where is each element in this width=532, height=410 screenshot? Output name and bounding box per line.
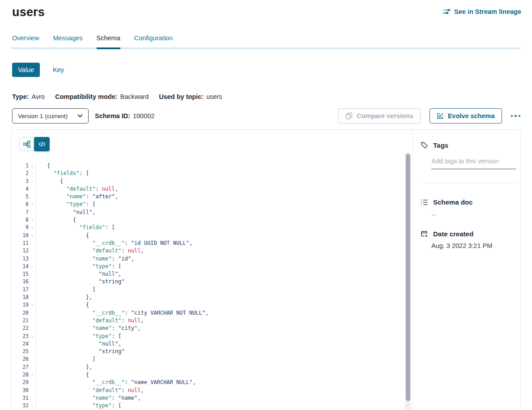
tab-configuration[interactable]: Configuration — [134, 34, 173, 47]
code-line: 13 "name": "id", — [12, 255, 413, 263]
version-bar: Version 1 (current) Schema ID: 100002 Co… — [12, 108, 521, 124]
version-select[interactable]: Version 1 (current) — [12, 108, 89, 124]
code-text: "type": [ — [36, 201, 95, 208]
code-line: 29 "__crdb__": "name VARCHAR NULL", — [12, 379, 413, 386]
date-created-section: Date created Aug. 3 2022 3:21 PM — [421, 230, 516, 249]
fold-spacer — [29, 363, 36, 371]
code-text: "type": [ — [36, 402, 121, 410]
compare-versions-button[interactable]: Compare versions — [338, 108, 421, 124]
fold-spacer — [29, 394, 36, 402]
more-options-icon — [511, 115, 513, 117]
key-toggle-button[interactable]: Key — [53, 66, 64, 73]
fold-arrow-icon[interactable]: ▾ — [29, 216, 36, 224]
evolve-schema-button[interactable]: Evolve schema — [430, 108, 502, 124]
fold-arrow-icon[interactable]: ▾ — [29, 224, 36, 231]
code-line: 31 "name": "name", — [12, 394, 413, 402]
page-header: users See in Stream lineage — [0, 0, 532, 19]
code-line: 27 }, — [12, 363, 413, 371]
code-line: 21 "default": null, — [12, 317, 413, 325]
fold-arrow-icon[interactable]: ▾ — [29, 402, 36, 410]
line-number: 24 — [12, 340, 29, 348]
line-number: 30 — [12, 387, 29, 394]
line-number: 4 — [12, 185, 29, 193]
code-line: 15 "null", — [12, 270, 413, 278]
code-text: "fields": [ — [36, 170, 89, 177]
code-text: "type": [ — [36, 333, 121, 340]
code-view-button[interactable] — [34, 137, 50, 151]
fold-spacer — [29, 325, 36, 332]
code-text: { — [36, 178, 63, 185]
fold-arrow-icon[interactable]: ▾ — [29, 178, 36, 185]
page-title: users — [12, 5, 45, 19]
code-text: "type": [ — [36, 263, 121, 270]
code-line: 7 "null", — [12, 209, 413, 216]
fold-arrow-icon[interactable]: ▾ — [29, 170, 36, 177]
line-number: 26 — [12, 355, 29, 363]
tab-messages[interactable]: Messages — [53, 34, 82, 47]
code-text: { — [36, 301, 89, 309]
code-line: 4 "default": null, — [12, 185, 413, 193]
line-number: 12 — [12, 247, 29, 255]
add-tags-input[interactable] — [431, 155, 516, 169]
schema-doc-section: Schema doc -- — [421, 198, 516, 218]
fold-spacer — [29, 294, 36, 301]
code-text: "string" — [36, 278, 124, 286]
code-text: ] — [36, 355, 95, 363]
code-line: 32▾ "type": [ — [12, 402, 413, 410]
list-icon — [421, 199, 428, 206]
line-number: 8 — [12, 216, 29, 224]
schema-panel: 1▾{2▾ "fields": [3▾ {4 "default": null,5… — [11, 129, 521, 410]
topic-link[interactable]: users — [206, 93, 222, 100]
line-number: 25 — [12, 348, 29, 355]
fold-spacer — [29, 379, 36, 386]
code-line: 17 ] — [12, 286, 413, 294]
line-number: 11 — [12, 239, 29, 247]
code-line: 5 "name": "after", — [12, 193, 413, 201]
line-number: 15 — [12, 270, 29, 278]
schema-doc-value: -- — [431, 211, 516, 218]
editor-scrollbar-thumb[interactable] — [406, 154, 410, 401]
fold-spacer — [29, 355, 36, 363]
fold-spacer — [29, 239, 36, 247]
evolve-schema-icon — [437, 112, 444, 120]
more-options-button[interactable] — [510, 112, 522, 120]
tab-overview[interactable]: Overview — [12, 34, 39, 47]
code-text: "fields": [ — [36, 224, 115, 231]
fold-spacer — [29, 209, 36, 216]
schema-code-editor: 1▾{2▾ "fields": [3▾ {4 "default": null,5… — [12, 130, 413, 410]
code-text: "__crdb__": "id UUID NOT NULL", — [36, 239, 192, 247]
tree-view-button[interactable] — [19, 137, 34, 151]
line-number: 13 — [12, 255, 29, 263]
code-line: 3▾ { — [12, 178, 413, 185]
value-toggle-button[interactable]: Value — [12, 63, 40, 77]
line-number: 10 — [12, 232, 29, 239]
line-number: 1 — [12, 162, 29, 170]
code-line: 11 "__crdb__": "id UUID NOT NULL", — [12, 239, 413, 247]
fold-arrow-icon[interactable]: ▾ — [29, 301, 36, 309]
line-number: 17 — [12, 286, 29, 294]
tab-schema[interactable]: Schema — [97, 34, 120, 49]
code-lines: 1▾{2▾ "fields": [3▾ {4 "default": null,5… — [12, 162, 413, 410]
line-number: 3 — [12, 178, 29, 185]
topic-label: Used by topic: — [159, 93, 204, 100]
code-text: "null", — [36, 340, 121, 348]
calendar-add-icon — [421, 230, 428, 238]
editor-view-toggle — [19, 137, 50, 151]
fold-arrow-icon[interactable]: ▾ — [29, 232, 36, 239]
code-line: 8▾ { — [12, 216, 413, 224]
fold-spacer — [29, 193, 36, 201]
code-text: { — [36, 216, 76, 224]
code-text: "name": "after", — [36, 193, 118, 201]
fold-arrow-icon[interactable]: ▾ — [29, 263, 36, 270]
compatibility-value: Backward — [120, 93, 149, 100]
fold-arrow-icon[interactable]: ▾ — [29, 333, 36, 340]
stream-lineage-link[interactable]: See in Stream lineage — [443, 8, 521, 15]
code-line: 14▾ "type": [ — [12, 263, 413, 270]
fold-arrow-icon[interactable]: ▾ — [29, 162, 36, 170]
fold-arrow-icon[interactable]: ▾ — [29, 201, 36, 208]
fold-arrow-icon[interactable]: ▾ — [29, 371, 36, 379]
code-text: { — [36, 232, 89, 239]
code-text: "__crdb__": "name VARCHAR NULL", — [36, 379, 196, 386]
line-number: 5 — [12, 193, 29, 201]
schema-doc-title: Schema doc — [433, 198, 472, 206]
